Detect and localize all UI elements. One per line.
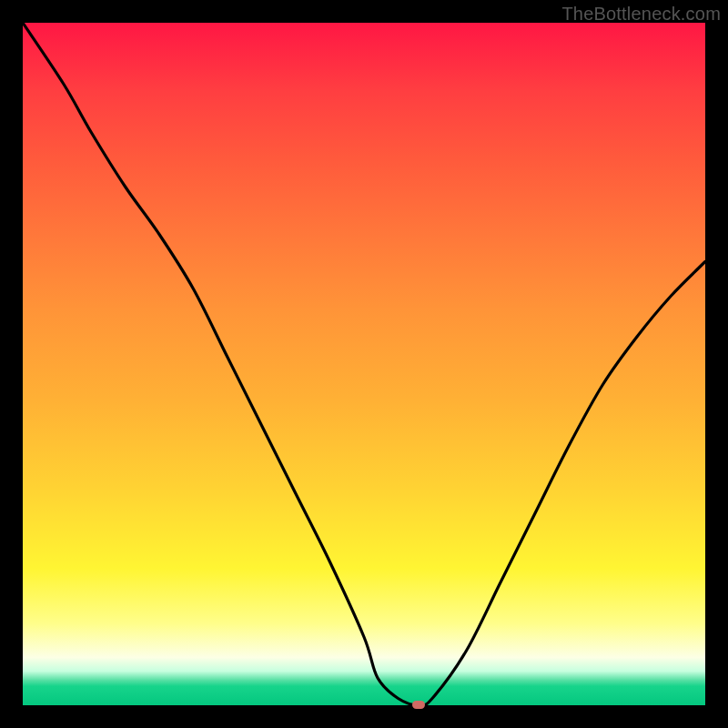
chart-plot-area bbox=[23, 23, 705, 705]
watermark-text: TheBottleneck.com bbox=[561, 4, 721, 25]
bottleneck-curve bbox=[23, 23, 705, 705]
chart-frame: TheBottleneck.com bbox=[0, 0, 728, 728]
